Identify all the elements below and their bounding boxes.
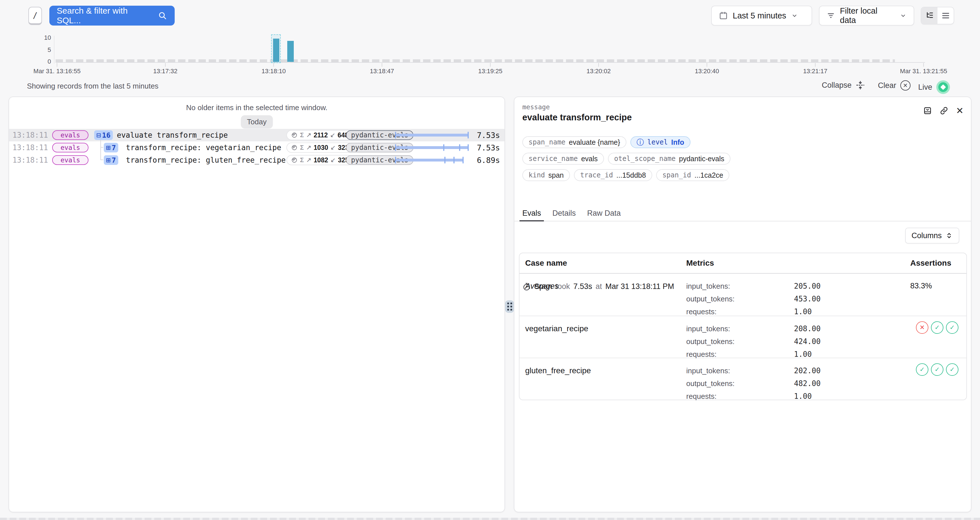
histogram-bar[interactable] xyxy=(273,38,279,62)
eval-row-averages[interactable]: Averages input_tokens: output_tokens: re… xyxy=(520,274,966,316)
trace-rows: 13:18:11 evals ⊟ 16 evaluate transform_r… xyxy=(9,129,504,166)
assertion-pass-icon: ✓ xyxy=(946,321,958,334)
trace-row-evaluate-transform-recipe[interactable]: 13:18:11 evals ⊟ 16 evaluate transform_r… xyxy=(9,129,504,141)
y-tick-label: 10 xyxy=(34,34,51,41)
attr-service-name[interactable]: service_name evals xyxy=(522,153,604,164)
case-name: gluten_free_recipe xyxy=(525,366,591,375)
evals-table-header: Case name Metrics Assertions xyxy=(520,253,966,274)
x-tick xyxy=(382,63,382,67)
timeline-histogram[interactable]: 10 5 0 Mar 31. 13:16:55 13:17:32 13:18:1… xyxy=(0,0,980,77)
span-detail-title: evaluate transform_recipe xyxy=(522,112,632,123)
x-tick-label: 13:18:10 xyxy=(261,67,286,75)
x-tick-label: Mar 31. 13:16:55 xyxy=(33,67,81,75)
evals-badge[interactable]: evals xyxy=(52,155,89,165)
col-assertions: Assertions xyxy=(910,258,951,268)
trace-row-vegetarian-recipe[interactable]: 13:18:11 evals ⊞ 7 transform_recipe: veg… xyxy=(9,141,504,154)
live-label: Live xyxy=(918,83,932,92)
expand-children-badge[interactable]: ⊞ 7 xyxy=(104,143,118,152)
expand-box-icon: ⊞ xyxy=(106,144,111,152)
token-metrics-chip[interactable]: Σ ↗ 1082 ↙ 325 xyxy=(286,155,353,165)
metric-values: 202.00 482.00 1.00 xyxy=(794,364,821,403)
x-tick xyxy=(165,63,165,67)
case-name: Averages xyxy=(525,282,558,291)
panel-resize-handle[interactable] xyxy=(505,300,514,313)
up-down-chevrons-icon xyxy=(945,231,953,239)
collapse-vertical-icon xyxy=(856,80,865,90)
token-metrics-chip[interactable]: Σ ↗ 1030 ↙ 323 xyxy=(286,142,353,153)
columns-button[interactable]: Columns xyxy=(905,228,959,244)
collapse-label: Collapse xyxy=(822,81,851,90)
x-tick xyxy=(274,63,274,67)
y-tick-label: 0 xyxy=(34,58,51,65)
today-pill: Today xyxy=(241,115,273,129)
expand-children-badge[interactable]: ⊞ 7 xyxy=(104,155,118,165)
collapse-children-badge[interactable]: ⊟ 16 xyxy=(94,130,113,140)
copy-link-icon[interactable] xyxy=(939,106,948,115)
clear-button[interactable]: Clear ✕ xyxy=(878,80,910,91)
span-name: transform_recipe: gluten_free_recipe xyxy=(126,156,286,164)
row-timestamp: 13:18:11 xyxy=(13,156,48,164)
tab-details[interactable]: Details xyxy=(552,209,576,221)
duration-text: 7.53s xyxy=(477,131,500,140)
info-icon: ⓘ xyxy=(636,137,644,147)
duration-text: 7.53s xyxy=(477,144,500,152)
x-tick xyxy=(490,63,490,67)
evals-table: Case name Metrics Assertions Averages in… xyxy=(519,253,967,400)
attr-level-pill[interactable]: ⓘ level Info xyxy=(630,136,690,148)
metric-labels: input_tokens: output_tokens: requests: xyxy=(686,364,735,403)
bottom-edge-strip xyxy=(0,518,980,520)
assertion-fail-icon: ✕ xyxy=(916,321,928,334)
collapse-button[interactable]: Collapse xyxy=(822,80,865,90)
record-kind-label: message xyxy=(522,103,550,111)
input-arrow-icon: ↗ xyxy=(306,144,311,151)
y-tick-label: 5 xyxy=(34,46,51,54)
duration-text: 6.89s xyxy=(477,156,500,164)
metric-values: 208.00 424.00 1.00 xyxy=(794,322,821,361)
no-older-items-text: No older items in the selected time wind… xyxy=(9,103,504,112)
assertion-pass-icon: ✓ xyxy=(931,363,943,376)
attr-trace-id[interactable]: trace_id ...15ddb8 xyxy=(574,169,652,181)
row-timestamp: 13:18:11 xyxy=(13,144,48,152)
metric-labels: input_tokens: output_tokens: requests: xyxy=(686,322,735,361)
evals-badge[interactable]: evals xyxy=(52,130,89,140)
child-count: 16 xyxy=(102,131,111,139)
assertion-icons: ✕✓✓ xyxy=(916,321,958,334)
x-tick xyxy=(57,63,57,67)
input-tokens: 1082 xyxy=(313,156,328,164)
trace-row-gluten-free-recipe[interactable]: 13:18:11 evals ⊞ 7 transform_recipe: glu… xyxy=(9,154,504,166)
child-count: 7 xyxy=(112,156,116,164)
case-name: vegetarian_recipe xyxy=(525,324,589,333)
showing-records-text: Showing records from the last 5 minutes xyxy=(27,82,159,91)
close-icon[interactable]: ✕ xyxy=(956,106,964,115)
tab-raw-data[interactable]: Raw Data xyxy=(587,209,621,221)
token-metrics-chip[interactable]: Σ ↗ 2112 ↙ 648 xyxy=(286,130,353,140)
span-name: transform_recipe: vegetarian_recipe xyxy=(126,144,281,152)
x-axis-zero-dashes xyxy=(56,59,895,63)
col-metrics: Metrics xyxy=(686,258,714,268)
output-arrow-icon: ↙ xyxy=(330,144,336,151)
output-arrow-icon: ↙ xyxy=(330,131,335,139)
tokens-coin-icon xyxy=(291,157,298,163)
x-tick-label: 13:17:32 xyxy=(153,67,178,75)
attr-span-id[interactable]: span_id ...1ca2ce xyxy=(656,169,730,181)
col-case-name: Case name xyxy=(525,258,567,268)
eval-row-vegetarian-recipe[interactable]: vegetarian_recipe input_tokens: output_t… xyxy=(520,316,966,358)
eval-row-gluten-free-recipe[interactable]: gluten_free_recipe input_tokens: output_… xyxy=(520,358,966,400)
metric-labels: input_tokens: output_tokens: requests: xyxy=(686,280,735,318)
live-status-icon xyxy=(936,80,950,94)
input-arrow-icon: ↗ xyxy=(306,156,311,164)
child-count: 7 xyxy=(112,144,116,152)
metric-values: 205.00 453.00 1.00 xyxy=(794,280,821,318)
collapse-box-icon: ⊟ xyxy=(96,131,101,139)
attr-span-name[interactable]: span_name evaluate {name} xyxy=(522,136,627,148)
tab-evals[interactable]: Evals xyxy=(522,209,541,221)
assertion-icons: ✓✓✓ xyxy=(916,363,958,376)
attr-otel-scope-name[interactable]: otel_scope_name pydantic-evals xyxy=(608,153,731,164)
live-toggle[interactable]: Live xyxy=(918,80,950,94)
x-tick-label: 13:21:17 xyxy=(803,67,827,75)
evals-badge[interactable]: evals xyxy=(52,143,89,152)
histogram-bar[interactable] xyxy=(287,41,294,62)
x-tick xyxy=(706,63,707,67)
attr-kind[interactable]: kind span xyxy=(522,169,570,181)
dock-panel-icon[interactable] xyxy=(923,106,932,115)
